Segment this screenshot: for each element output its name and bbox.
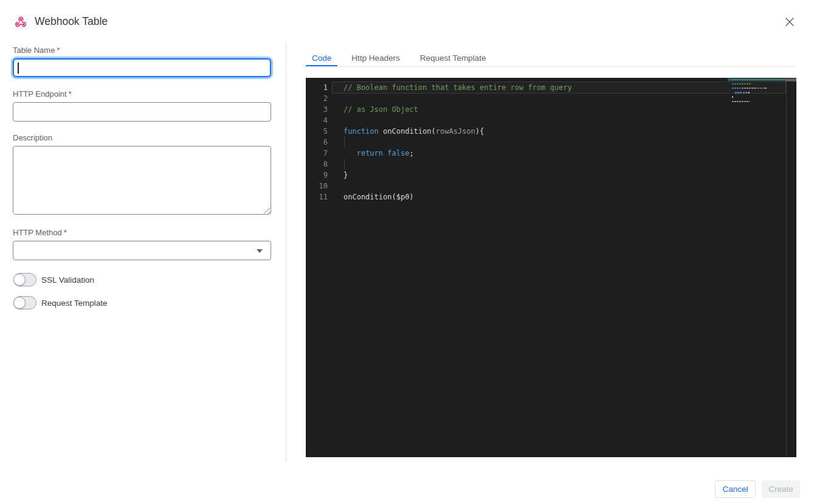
line-number: 8 — [306, 159, 334, 170]
code-text: // Boolean function that takes entire ro… — [334, 82, 572, 93]
line-number: 1 — [306, 82, 334, 93]
line-number: 2 — [306, 93, 334, 104]
required-asterisk: * — [57, 46, 60, 55]
http-endpoint-input[interactable] — [13, 102, 271, 122]
minimap-line — [732, 96, 733, 97]
ssl-validation-label: SSL Validation — [41, 275, 94, 285]
code-line[interactable]: 9} — [306, 170, 796, 181]
line-number: 5 — [306, 126, 334, 137]
minimap-line — [732, 83, 751, 85]
vertical-divider — [286, 43, 286, 462]
line-number: 4 — [306, 115, 334, 126]
http-method-label: HTTP Method* — [13, 228, 67, 237]
line-number: 11 — [306, 192, 334, 202]
line-number: 3 — [306, 104, 334, 115]
editor-tab-bar: Code Http Headers Request Template — [306, 51, 796, 67]
minimap-line — [743, 92, 748, 93]
code-line[interactable]: 10 — [306, 181, 796, 192]
code-text — [334, 181, 343, 192]
create-button[interactable]: Create — [762, 480, 800, 498]
code-text — [334, 93, 343, 104]
minimap-line — [735, 92, 742, 93]
minimap[interactable] — [728, 78, 786, 455]
code-line[interactable]: 4 — [306, 115, 796, 126]
minimap-line — [765, 88, 767, 89]
code-line[interactable]: 7 return false; — [306, 148, 796, 159]
indent-guide — [344, 137, 345, 148]
minimap-line — [748, 92, 750, 93]
code-line[interactable]: 5function onCondition(rowAsJson){ — [306, 126, 796, 137]
line-number: 6 — [306, 137, 334, 148]
required-asterisk: * — [64, 228, 67, 237]
text-caret — [18, 63, 19, 74]
request-template-toggle[interactable] — [13, 296, 36, 309]
line-number: 9 — [306, 170, 334, 181]
ssl-validation-toggle[interactable] — [13, 273, 36, 286]
code-line[interactable]: 11onCondition($p0) — [306, 192, 796, 202]
code-text — [334, 159, 343, 170]
code-text — [334, 137, 343, 148]
code-line[interactable]: 6 — [306, 137, 796, 148]
minimap-divider — [786, 78, 787, 457]
minimap-line — [732, 101, 750, 102]
dialog-title: Webhook Table — [35, 15, 108, 28]
webhook-icon — [14, 15, 27, 29]
http-method-select[interactable] — [13, 241, 271, 260]
code-lines: 1// Boolean function that takes entire r… — [306, 82, 796, 202]
minimap-line — [732, 88, 740, 89]
scrollbar-thumb[interactable] — [785, 78, 796, 81]
code-text: } — [334, 170, 348, 181]
code-line[interactable]: 3// as Json Object — [306, 104, 796, 115]
chevron-down-icon — [257, 249, 263, 253]
line-number: 7 — [306, 148, 334, 159]
table-name-label: Table Name* — [13, 46, 60, 55]
tab-http-headers[interactable]: Http Headers — [345, 51, 406, 66]
request-template-label: Request Template — [41, 299, 108, 308]
line-number: 10 — [306, 181, 334, 192]
code-editor[interactable]: 1// Boolean function that takes entire r… — [306, 78, 796, 457]
minimap-line — [732, 79, 786, 80]
toggle-knob — [13, 297, 26, 309]
close-icon[interactable] — [782, 15, 798, 30]
tab-request-template[interactable]: Request Template — [414, 51, 492, 66]
description-label: Description — [13, 133, 52, 142]
code-text: onCondition($p0) — [334, 192, 414, 202]
code-text: return false; — [334, 148, 414, 159]
cancel-button[interactable]: Cancel — [715, 480, 756, 498]
code-text — [334, 115, 343, 126]
code-text: function onCondition(rowAsJson){ — [334, 126, 484, 137]
table-name-input[interactable] — [13, 58, 271, 77]
code-text: // as Json Object — [334, 104, 418, 115]
required-asterisk: * — [69, 89, 72, 98]
http-endpoint-label: HTTP Endpoint* — [13, 89, 72, 98]
minimap-line — [742, 88, 754, 89]
code-line[interactable]: 1// Boolean function that takes entire r… — [306, 82, 796, 93]
tab-code[interactable]: Code — [306, 51, 337, 66]
code-line[interactable]: 8 — [306, 159, 796, 170]
description-textarea[interactable] — [13, 146, 271, 215]
toggle-knob — [13, 274, 26, 286]
minimap-line — [755, 88, 765, 89]
indent-guide — [344, 159, 345, 170]
code-line[interactable]: 2 — [306, 93, 796, 104]
